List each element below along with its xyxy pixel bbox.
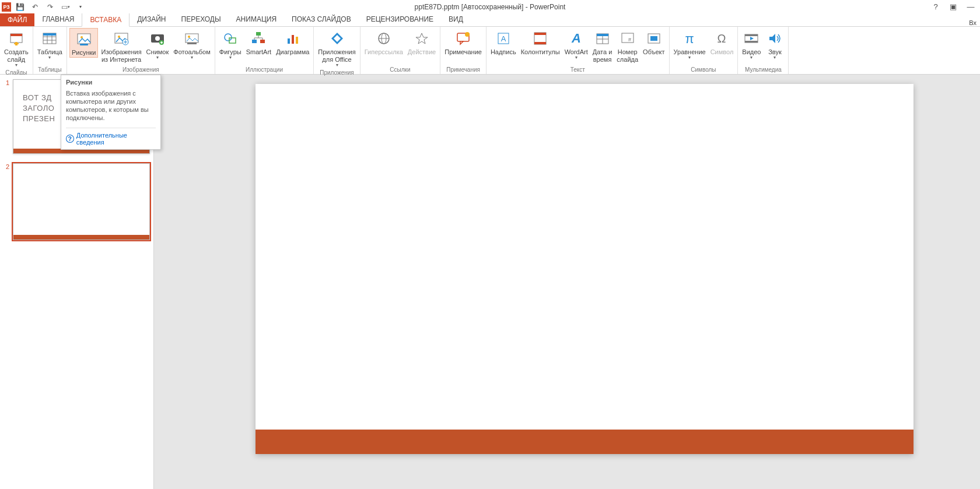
dropdown-arrow-icon: ▾ <box>229 55 232 60</box>
tab-file[interactable]: ФАЙЛ <box>0 13 34 26</box>
svg-point-42 <box>465 32 470 37</box>
tab-переходы[interactable]: ПЕРЕХОДЫ <box>174 13 229 26</box>
svg-rect-61 <box>745 41 758 43</box>
svg-rect-19 <box>186 34 198 43</box>
ribbon-group: РисункиИзображенияиз ИнтернетаСнимок▾Фот… <box>67 27 215 74</box>
svg-text:A: A <box>571 31 581 45</box>
slide-number-button[interactable]: #Номерслайда <box>615 28 640 64</box>
slide-thumbnail[interactable] <box>13 163 150 240</box>
tab-анимация[interactable]: АНИМАЦИЯ <box>229 13 284 26</box>
qat-customize-icon[interactable]: ▾ <box>74 1 87 13</box>
signin-label[interactable]: Вх <box>969 19 980 26</box>
button-label: Колонтитулы <box>521 48 560 55</box>
button-label: время <box>593 56 612 63</box>
svg-rect-31 <box>288 38 290 44</box>
qat-save-icon[interactable]: 💾 <box>13 1 26 13</box>
ribbon-group: Приложениядля Office▾Приложения <box>314 27 360 74</box>
help-icon[interactable]: ? <box>929 1 943 13</box>
app-icon: P3 <box>2 2 11 12</box>
button-label: Символ <box>710 48 734 55</box>
svg-rect-26 <box>260 40 265 43</box>
group-label: Символы <box>672 66 736 74</box>
header-footer-icon <box>531 29 550 48</box>
tooltip-link[interactable]: ? Дополнительные сведения <box>66 128 156 146</box>
pictures-button[interactable]: Рисунки <box>69 28 99 58</box>
symbol-icon: Ω <box>712 29 731 48</box>
svg-rect-3 <box>14 43 19 44</box>
shapes-button[interactable]: Фигуры▾ <box>218 28 243 61</box>
thumbnail-decor-bar <box>13 235 149 240</box>
apps-icon <box>328 29 346 48</box>
group-label: Иллюстрации <box>218 66 312 74</box>
equation-icon: π <box>680 29 699 48</box>
ribbon-group: Фигуры▾SmartArtДиаграммаИллюстрации <box>215 27 314 74</box>
svg-rect-24 <box>256 32 261 36</box>
chart-icon <box>284 29 302 48</box>
tab-вид[interactable]: ВИД <box>441 13 471 26</box>
tab-рецензирование[interactable]: РЕЦЕНЗИРОВАНИЕ <box>359 13 441 26</box>
svg-rect-25 <box>252 40 257 43</box>
wordart-icon: A <box>567 29 586 48</box>
tab-вставка[interactable]: ВСТАВКА <box>82 13 130 27</box>
text-box-button[interactable]: AНадпись <box>489 28 518 57</box>
dropdown-arrow-icon: ▾ <box>156 55 159 60</box>
dropdown-arrow-icon: ▾ <box>688 55 691 60</box>
action-button: Действие <box>406 28 438 57</box>
tooltip-link-text: Дополнительные сведения <box>76 132 156 146</box>
audio-button[interactable]: Звук▾ <box>764 28 786 61</box>
tab-показ слайдов[interactable]: ПОКАЗ СЛАЙДОВ <box>284 13 359 26</box>
video-button[interactable]: Видео▾ <box>740 28 762 61</box>
svg-marker-39 <box>416 33 428 44</box>
pictures-icon <box>75 30 93 48</box>
online-pictures-button[interactable]: Изображенияиз Интернета <box>99 28 143 64</box>
button-label: Создать <box>4 48 29 55</box>
svg-marker-41 <box>460 41 463 44</box>
group-label: Ссылки <box>363 66 438 74</box>
screenshot-icon <box>148 29 167 48</box>
table-button[interactable]: Таблица▾ <box>36 28 64 61</box>
svg-point-22 <box>225 34 232 41</box>
chart-button[interactable]: Диаграмма <box>274 28 311 57</box>
wordart-button[interactable]: AWordArt▾ <box>563 28 590 61</box>
ribbon-display-icon[interactable]: ▣ <box>946 1 960 13</box>
dropdown-arrow-icon: ▾ <box>336 63 338 68</box>
button-label: Приложения <box>318 48 355 55</box>
apps-button[interactable]: Приложениядля Office▾ <box>316 28 357 69</box>
online-pictures-icon <box>112 29 131 48</box>
comment-button[interactable]: Примечание <box>443 28 484 57</box>
table-icon <box>40 29 59 48</box>
svg-text:A: A <box>501 34 506 43</box>
button-label: Рисунки <box>72 49 96 56</box>
dropdown-arrow-icon: ▾ <box>191 55 193 60</box>
dropdown-arrow-icon: ▾ <box>774 55 776 60</box>
button-label: Дата и <box>593 48 612 55</box>
slide-canvas-area[interactable] <box>154 75 980 489</box>
symbol-button: ΩСимвол <box>709 28 736 57</box>
slide-canvas[interactable] <box>256 84 914 454</box>
button-label: Гиперссылка <box>365 48 403 55</box>
smartart-button[interactable]: SmartArt <box>244 28 273 57</box>
minimize-icon[interactable]: — <box>964 1 978 13</box>
tab-главная[interactable]: ГЛАВНАЯ <box>34 13 82 26</box>
screenshot-button[interactable]: Снимок▾ <box>145 28 171 61</box>
photo-album-button[interactable]: Фотоальбом▾ <box>172 28 212 61</box>
object-button[interactable]: Объект <box>641 28 666 57</box>
qat-undo-icon[interactable]: ↶ <box>29 1 41 13</box>
qat-redo-icon[interactable]: ↷ <box>44 1 57 13</box>
tooltip-body: Вставка изображения с компьютера или дру… <box>66 89 156 122</box>
svg-point-20 <box>188 36 190 38</box>
hyperlink-button: Гиперссылка <box>363 28 405 57</box>
new-slide-button[interactable]: Создатьслайд▾ <box>2 28 30 69</box>
date-time-button[interactable]: Дата ивремя <box>591 28 614 64</box>
ribbon-group: πУравнение▾ΩСимволСимволы <box>670 27 738 74</box>
object-icon <box>645 29 663 48</box>
qat-slideshow-icon[interactable]: ▭▾ <box>59 1 72 13</box>
button-label: Изображения <box>101 48 141 55</box>
tab-дизайн[interactable]: ДИЗАЙН <box>130 13 173 26</box>
button-label: слайда <box>617 56 638 63</box>
ribbon-group: AНадписьКолонтитулыAWordArt▾Дата ивремя#… <box>487 27 670 74</box>
header-footer-button[interactable]: Колонтитулы <box>519 28 562 57</box>
svg-rect-1 <box>10 34 22 36</box>
tooltip-pictures: Рисунки Вставка изображения с компьютера… <box>61 75 161 150</box>
equation-button[interactable]: πУравнение▾ <box>672 28 708 61</box>
